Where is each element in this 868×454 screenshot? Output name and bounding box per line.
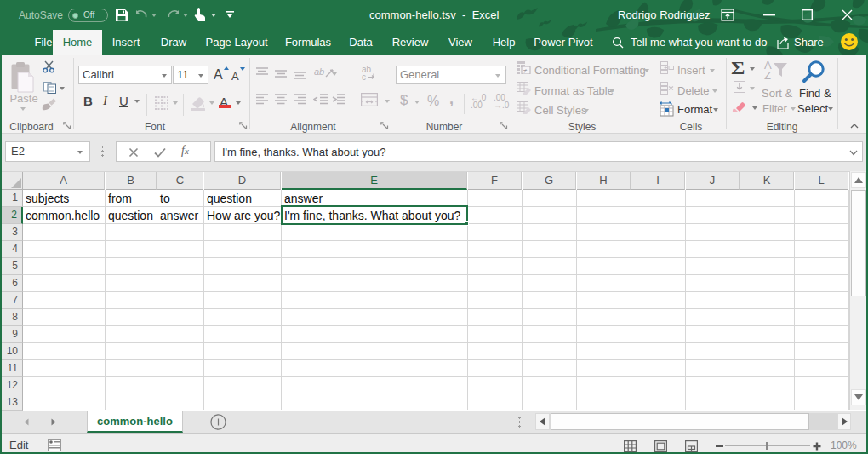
svg-text:≠: ≠ xyxy=(523,67,528,75)
svg-text:ab: ab xyxy=(314,66,324,77)
svg-text:c: c xyxy=(362,72,366,81)
